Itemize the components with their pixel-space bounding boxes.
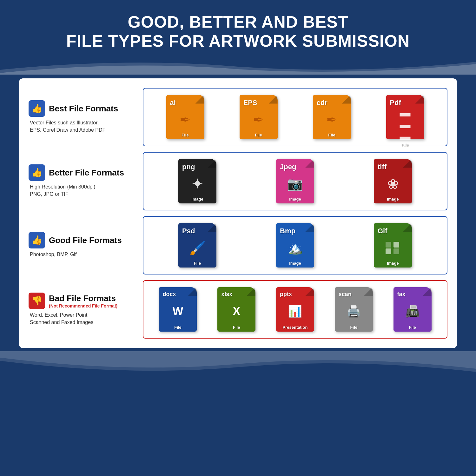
file-icon-scan: scan 🖨️ File <box>332 287 376 332</box>
file-shape-gif: Gif Image <box>374 223 412 268</box>
ai-graphic: ✒ <box>180 112 191 128</box>
good-icons-container: Psd 🖌️ File Bmp 🏔️ Image Gif <box>143 216 447 274</box>
file-shape-tiff: tiff ❀ Image <box>374 159 412 203</box>
header-line1: GOOD, BETTER AND BEST <box>128 13 348 31</box>
bmp-graphic: 🏔️ <box>288 241 303 255</box>
docx-graphic: W <box>172 305 183 318</box>
good-label-title: Good File Formats <box>49 235 122 245</box>
file-icon-png: png ✦ Image <box>175 159 220 203</box>
bad-label-title: Bad File Formats <box>49 294 117 303</box>
best-label-section: 👍 Best File Formats Vector Files such as… <box>29 88 143 146</box>
swoosh-decoration-top <box>0 57 476 76</box>
file-icon-docx: docx W File <box>155 287 200 332</box>
file-shape-jpeg: Jpeg 📷 Image <box>276 159 314 203</box>
best-label-subtitle: Vector Files such as Illustrator,EPS, Co… <box>29 119 136 134</box>
file-shape-pptx: pptx 📊 Presentation <box>276 287 314 332</box>
best-thumbs-icon: 👍 <box>29 100 45 117</box>
bad-label-subtitle: Word, Excel, Power Point,Scanned and Fax… <box>29 312 136 326</box>
bad-label-top: 👎 Bad File Formats (Not Recommended File… <box>29 293 136 309</box>
better-icons-container: png ✦ Image Jpeg 📷 Image tiff <box>143 152 447 210</box>
bad-icons-container: docx W File xlsx X File pptx <box>143 280 447 339</box>
file-shape-bmp: Bmp 🏔️ Image <box>276 223 314 268</box>
file-icon-psd: Psd 🖌️ File <box>175 223 220 268</box>
pptx-graphic: 📊 <box>288 305 302 318</box>
file-shape-pdf: Pdf ▬▬▬ File <box>386 95 424 139</box>
file-shape-docx: docx W File <box>159 287 197 332</box>
better-label-section: 👍 Better File Formats High Resolution (M… <box>29 152 143 210</box>
file-shape-cdr: cdr ✒ File <box>313 95 351 139</box>
good-label-section: 👍 Good File Formats Photoshop, BMP, Gif <box>29 216 143 274</box>
cdr-graphic: ✒ <box>326 112 337 128</box>
swoosh-decoration-bottom <box>0 351 476 378</box>
file-icon-pptx: pptx 📊 Presentation <box>273 287 317 332</box>
file-icon-ai: ai ✒ File <box>163 95 208 139</box>
file-icon-cdr: cdr ✒ File <box>310 95 354 139</box>
file-shape-png: png ✦ Image <box>178 159 216 203</box>
file-shape-scan: scan 🖨️ File <box>335 287 373 332</box>
good-row: 👍 Good File Formats Photoshop, BMP, Gif … <box>29 216 447 274</box>
better-row: 👍 Better File Formats High Resolution (M… <box>29 152 447 210</box>
file-icon-bmp: Bmp 🏔️ Image <box>273 223 317 268</box>
best-label-top: 👍 Best File Formats <box>29 100 136 117</box>
file-shape-eps: EPS ✒ File <box>240 95 278 139</box>
file-icon-xlsx: xlsx X File <box>214 287 259 332</box>
file-shape-ai: ai ✒ File <box>166 95 204 139</box>
bad-label-subtitle-bad: (Not Recommended File Format) <box>49 303 117 308</box>
header: GOOD, BETTER AND BEST FILE TYPES FOR ART… <box>0 0 476 57</box>
gif-graphic <box>386 242 400 254</box>
scan-graphic: 🖨️ <box>347 305 361 318</box>
bad-label-section: 👎 Bad File Formats (Not Recommended File… <box>29 280 143 339</box>
main-container: GOOD, BETTER AND BEST FILE TYPES FOR ART… <box>0 0 476 476</box>
best-label-title: Best File Formats <box>49 104 118 114</box>
file-icon-pdf: Pdf ▬▬▬ File <box>383 95 427 139</box>
better-label-subtitle: High Resolution (Min 300dpi)PNG, JPG or … <box>29 183 136 198</box>
best-row: 👍 Best File Formats Vector Files such as… <box>29 88 447 146</box>
better-label-title: Better File Formats <box>49 168 124 178</box>
fax-graphic: 📠 <box>405 305 420 318</box>
best-icons-container: ai ✒ File EPS ✒ File cdr <box>143 88 447 146</box>
tiff-graphic: ❀ <box>387 176 399 192</box>
xlsx-graphic: X <box>233 305 240 318</box>
png-graphic: ✦ <box>191 175 204 192</box>
good-thumbs-icon: 👍 <box>29 232 45 248</box>
bad-row: 👎 Bad File Formats (Not Recommended File… <box>29 280 447 339</box>
better-label-top: 👍 Better File Formats <box>29 164 136 181</box>
psd-graphic: 🖌️ <box>189 240 206 256</box>
header-line2: FILE TYPES FOR ARTWORK SUBMISSION <box>66 32 410 50</box>
file-icon-gif: Gif Image <box>371 223 415 268</box>
file-icon-eps: EPS ✒ File <box>236 95 281 139</box>
file-shape-xlsx: xlsx X File <box>217 287 255 332</box>
file-icon-jpeg: Jpeg 📷 Image <box>273 159 317 203</box>
file-shape-psd: Psd 🖌️ File <box>178 223 216 268</box>
good-label-subtitle: Photoshop, BMP, Gif <box>29 251 136 258</box>
good-label-top: 👍 Good File Formats <box>29 232 136 248</box>
file-shape-fax: fax 📠 File <box>393 287 432 332</box>
bad-label-text-group: Bad File Formats (Not Recommended File F… <box>49 294 117 308</box>
eps-graphic: ✒ <box>253 112 264 128</box>
jpeg-graphic: 📷 <box>287 176 303 191</box>
better-thumbs-icon: 👍 <box>29 164 45 181</box>
bad-thumbs-icon: 👎 <box>29 293 45 309</box>
pdf-graphic: ▬▬▬ <box>400 107 411 142</box>
header-title: GOOD, BETTER AND BEST FILE TYPES FOR ART… <box>19 13 457 51</box>
file-icon-fax: fax 📠 File <box>390 287 435 332</box>
file-icon-tiff: tiff ❀ Image <box>371 159 415 203</box>
content-area: 👍 Best File Formats Vector Files such as… <box>19 78 457 348</box>
